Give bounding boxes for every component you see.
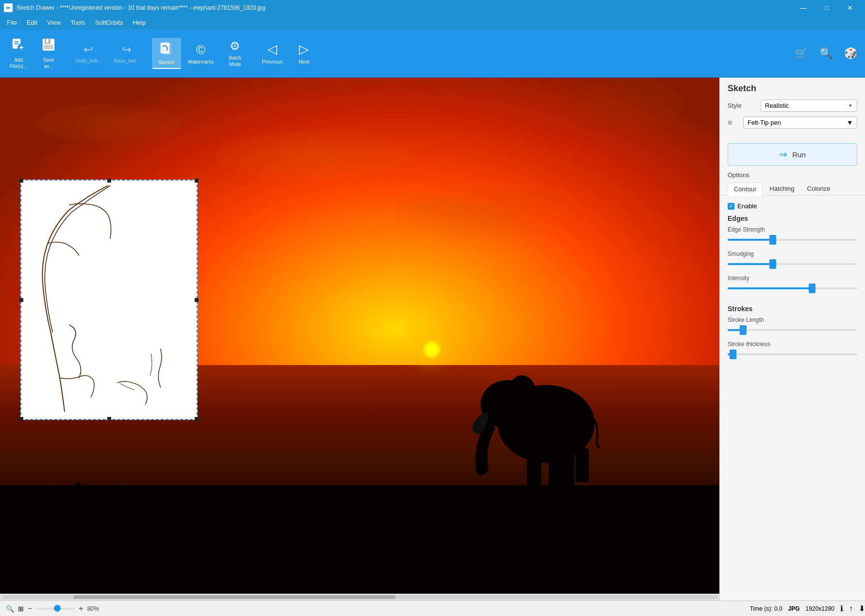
svg-rect-18 xyxy=(575,448,589,482)
intensity-thumb[interactable] xyxy=(809,283,815,293)
zoom-fit-icon[interactable]: ⊞ xyxy=(18,605,24,613)
sketch-lines-svg xyxy=(21,181,197,419)
presets-value: Felt-Tip pen xyxy=(748,119,781,126)
toolbar-right-icons: 🛒 🔍 🎲 xyxy=(791,31,861,75)
svg-rect-17 xyxy=(561,450,574,487)
download-icon[interactable]: ⬇ xyxy=(859,604,865,613)
run-label: Run xyxy=(792,150,806,159)
zoom-minus-button[interactable]: − xyxy=(28,604,32,613)
horizontal-scrollbar[interactable] xyxy=(0,594,719,600)
scroll-thumb[interactable] xyxy=(73,595,395,599)
menu-tools[interactable]: Tools xyxy=(66,17,90,28)
menu-help[interactable]: Help xyxy=(128,17,150,28)
app-icon: ✏ xyxy=(4,3,13,12)
edge-strength-track xyxy=(728,239,857,241)
edge-strength-slider[interactable] xyxy=(728,235,857,245)
run-button[interactable]: ⇒ Run xyxy=(728,143,857,166)
panel-header: Sketch Style Realistic ▼ ≡ Felt-Tip pen … xyxy=(720,78,865,139)
toolbar: Add File(s)... Save as... ↩ Undo_heli...… xyxy=(0,29,865,78)
stroke-thickness-label: Stroke thickness xyxy=(728,341,857,348)
tab-hatching[interactable]: Hatching xyxy=(764,183,800,195)
zoom-icon-magnify[interactable]: 🔍 xyxy=(6,605,14,613)
stroke-length-thumb[interactable] xyxy=(740,325,747,335)
smudging-label: Smudging xyxy=(728,250,857,257)
tab-contour[interactable]: Contour xyxy=(728,183,763,196)
stroke-thickness-slider[interactable] xyxy=(728,350,857,359)
edge-strength-thumb[interactable] xyxy=(769,235,776,245)
zoom-plus-button[interactable]: + xyxy=(79,604,83,613)
previous-icon: ◁ xyxy=(267,42,277,57)
tab-colorize[interactable]: Colorize xyxy=(801,183,836,195)
presets-dropdown-arrow: ▼ xyxy=(847,119,853,126)
stroke-thickness-track xyxy=(728,353,857,355)
intensity-slider[interactable] xyxy=(728,283,857,293)
maximize-button[interactable]: □ xyxy=(815,0,838,16)
redo-button[interactable]: ↪ Redo_heli... xyxy=(108,40,145,67)
stroke-length-slider[interactable] xyxy=(728,325,857,335)
main-area: Sketch Style Realistic ▼ ≡ Felt-Tip pen … xyxy=(0,78,865,600)
menu-bar: File Edit View Tools SoftOrbits Help xyxy=(0,16,865,29)
cloud-2 xyxy=(216,130,410,179)
zoom-thumb[interactable] xyxy=(54,605,61,612)
save-icon xyxy=(41,37,56,55)
enable-label: Enable xyxy=(737,202,757,210)
undo-button[interactable]: ↩ Undo_heli... xyxy=(69,40,107,67)
add-file-label: Add File(s)... xyxy=(10,57,27,69)
menu-softorbits[interactable]: SoftOrbits xyxy=(90,17,128,28)
presets-row: ≡ Felt-Tip pen ▼ xyxy=(728,117,857,129)
previous-button[interactable]: ◁ Previous xyxy=(256,39,288,67)
cloud-1 xyxy=(36,104,182,143)
panel-title: Sketch xyxy=(728,83,857,94)
menu-view[interactable]: View xyxy=(42,17,66,28)
elephant-silhouette xyxy=(464,327,604,506)
enable-row: ✓ Enable xyxy=(720,200,865,213)
sketch-button[interactable]: Sketch xyxy=(152,38,181,69)
bottom-bar: 🔍 ⊞ − + 80% Time (s): 0.0 JPG 1920x1280 … xyxy=(0,600,865,616)
batch-mode-button[interactable]: ⚙ Batch Mode xyxy=(220,36,250,70)
style-dropdown[interactable]: Realistic ▼ xyxy=(761,100,857,112)
smudging-thumb[interactable] xyxy=(769,259,776,269)
right-panel: Sketch Style Realistic ▼ ≡ Felt-Tip pen … xyxy=(719,78,865,600)
close-button[interactable]: ✕ xyxy=(839,0,861,16)
menu-file[interactable]: File xyxy=(2,17,22,28)
intensity-fill xyxy=(728,287,812,289)
info-icon[interactable]: ℹ xyxy=(840,604,843,613)
menu-edit[interactable]: Edit xyxy=(22,17,42,28)
cloud-4 xyxy=(396,182,566,240)
title-bar: ✏ Sketch Drawer - ****Unregistered versi… xyxy=(0,0,865,16)
smudging-slider[interactable] xyxy=(728,259,857,269)
enable-checkbox[interactable]: ✓ xyxy=(728,203,734,210)
share-icon[interactable]: ↑ xyxy=(849,604,853,613)
scroll-track[interactable] xyxy=(2,595,717,599)
presets-dropdown[interactable]: Felt-Tip pen ▼ xyxy=(743,117,857,129)
zoom-controls: 🔍 ⊞ − + 80% xyxy=(0,604,110,613)
smudging-track xyxy=(728,263,857,265)
next-icon: ▷ xyxy=(299,42,309,57)
zoom-slider[interactable] xyxy=(36,608,75,610)
add-file-button[interactable]: Add File(s)... xyxy=(4,34,33,72)
minimize-button[interactable]: — xyxy=(792,0,815,16)
cart-icon[interactable]: 🛒 xyxy=(791,45,812,62)
canvas-area[interactable] xyxy=(0,78,719,600)
window-controls: — □ ✕ xyxy=(792,0,861,16)
svg-rect-8 xyxy=(46,39,49,43)
save-as-button[interactable]: Save as... xyxy=(34,34,63,72)
cube-icon[interactable]: 🎲 xyxy=(840,45,861,62)
edge-strength-label: Edge Strength xyxy=(728,226,857,233)
add-file-icon xyxy=(11,37,26,55)
sketch-preview-area xyxy=(20,180,198,420)
sun xyxy=(422,340,441,359)
stroke-length-track xyxy=(728,329,857,331)
stroke-length-label: Stroke Length xyxy=(728,316,857,323)
stroke-thickness-thumb[interactable] xyxy=(730,350,736,359)
search-icon[interactable]: 🔍 xyxy=(815,45,836,62)
strokes-title: Strokes xyxy=(728,305,857,313)
time-label: Time (s): 0.0 xyxy=(750,605,782,612)
style-row: Style Realistic ▼ xyxy=(728,100,857,112)
toolbar-file-group: Add File(s)... Save as... ↩ Undo_heli...… xyxy=(4,31,318,75)
smudging-fill xyxy=(728,263,773,265)
svg-point-14 xyxy=(507,375,536,414)
window-title: Sketch Drawer - ****Unregistered version… xyxy=(17,4,266,11)
watermarks-button[interactable]: © Watermarks xyxy=(182,39,220,67)
next-button[interactable]: ▷ Next xyxy=(289,39,318,67)
